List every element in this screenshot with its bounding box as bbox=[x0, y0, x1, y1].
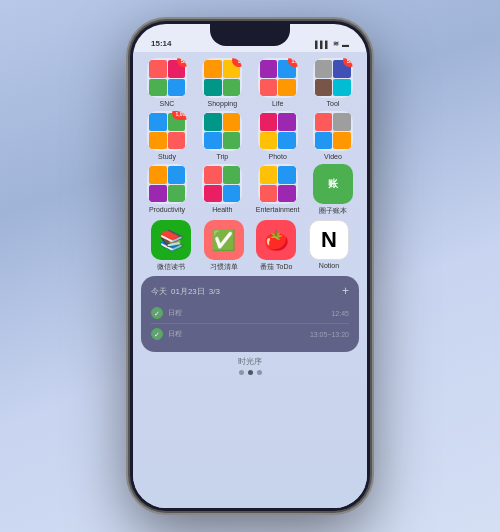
mini-app bbox=[260, 60, 278, 78]
app-accounts[interactable]: 账 圈子账本 bbox=[309, 164, 357, 216]
widget-header: 今天 01月23日 3/3 + bbox=[151, 284, 349, 298]
app-grid: 53 SNC 3 bbox=[133, 52, 367, 272]
mini-app bbox=[149, 185, 167, 203]
folder-video[interactable]: Video bbox=[309, 111, 357, 160]
app-accounts-name: 圈子账本 bbox=[319, 206, 347, 216]
task-check-2: ✓ bbox=[151, 328, 163, 340]
folder-study-name: Study bbox=[158, 153, 176, 160]
folder-life[interactable]: 19 Life bbox=[254, 58, 302, 107]
app-row-single: 📚 微信读书 ✅ 习惯清单 🍅 bbox=[143, 220, 357, 272]
mini-app bbox=[333, 132, 351, 150]
notch bbox=[210, 24, 290, 46]
mini-app bbox=[149, 60, 167, 78]
screen: 53 SNC 3 bbox=[133, 52, 367, 508]
mini-app bbox=[168, 185, 186, 203]
app-habit-icon: ✅ bbox=[204, 220, 244, 260]
mini-app bbox=[168, 166, 186, 184]
folder-study[interactable]: 1,000 Study bbox=[143, 111, 191, 160]
app-habit[interactable]: ✅ 习惯清单 bbox=[200, 220, 248, 272]
mini-app bbox=[260, 132, 278, 150]
status-icons: ▌▌▌ ≋ ▬ bbox=[315, 40, 349, 48]
app-accounts-icon: 账 bbox=[313, 164, 353, 204]
folder-tool-icon: 56 bbox=[313, 58, 353, 98]
app-habit-emoji: ✅ bbox=[211, 228, 236, 252]
mini-app bbox=[260, 79, 278, 97]
folder-productivity[interactable]: Productivity bbox=[143, 164, 191, 216]
status-time: 15:14 bbox=[151, 39, 171, 48]
folder-productivity-icon bbox=[147, 164, 187, 204]
task-time-1: 12:45 bbox=[331, 310, 349, 317]
battery-icon: ▬ bbox=[342, 41, 349, 48]
folder-tool[interactable]: 56 Tool bbox=[309, 58, 357, 107]
app-notion-name: Notion bbox=[319, 262, 339, 269]
mini-app bbox=[168, 132, 186, 150]
mini-app bbox=[278, 79, 296, 97]
folder-snc-icon: 53 bbox=[147, 58, 187, 98]
folder-photo-icon bbox=[258, 111, 298, 151]
folder-photo-name: Photo bbox=[269, 153, 287, 160]
task-time-2: 13:05~13:20 bbox=[310, 331, 349, 338]
folder-tool-name: Tool bbox=[327, 100, 340, 107]
mini-app bbox=[204, 79, 222, 97]
mini-app bbox=[333, 79, 351, 97]
folder-health-name: Health bbox=[212, 206, 232, 213]
folder-shopping-icon: 3 bbox=[202, 58, 242, 98]
folder-video-icon bbox=[313, 111, 353, 151]
folder-snc[interactable]: 53 SNC bbox=[143, 58, 191, 107]
task-item-1[interactable]: ✓ 日程 12:45 bbox=[151, 303, 349, 324]
mini-app bbox=[260, 166, 278, 184]
mini-app bbox=[278, 113, 296, 131]
badge-study: 1,000 bbox=[172, 111, 187, 120]
wifi-icon: ≋ bbox=[333, 40, 339, 48]
app-weixin-emoji: 📚 bbox=[159, 228, 184, 252]
folder-study-icon: 1,000 bbox=[147, 111, 187, 151]
folder-health[interactable]: Health bbox=[198, 164, 246, 216]
app-notion-icon: N bbox=[309, 220, 349, 260]
mini-app bbox=[168, 79, 186, 97]
folder-entertainment-icon bbox=[258, 164, 298, 204]
folder-entertainment-name: Entertainment bbox=[256, 206, 300, 213]
app-notion[interactable]: N Notion bbox=[305, 220, 353, 272]
folder-productivity-name: Productivity bbox=[149, 206, 185, 213]
todo-widget[interactable]: 今天 01月23日 3/3 + ✓ 日程 12:45 bbox=[141, 276, 359, 352]
widget-count: 3/3 bbox=[209, 287, 220, 296]
folder-life-name: Life bbox=[272, 100, 283, 107]
phone-inner: 15:14 ▌▌▌ ≋ ▬ 53 bbox=[133, 24, 367, 508]
folder-row-3: Productivity Health bbox=[143, 164, 357, 216]
app-tomato-todo[interactable]: 🍅 番茄 ToDo bbox=[252, 220, 300, 272]
task-label-2: 日程 bbox=[168, 329, 305, 339]
folder-entertainment[interactable]: Entertainment bbox=[254, 164, 302, 216]
app-tomato-emoji: 🍅 bbox=[264, 228, 289, 252]
mini-app bbox=[223, 166, 241, 184]
mini-app bbox=[204, 166, 222, 184]
widget-date: 01月23日 bbox=[171, 286, 205, 297]
phone-shell: 15:14 ▌▌▌ ≋ ▬ 53 bbox=[130, 21, 370, 511]
folder-shopping-name: Shopping bbox=[208, 100, 238, 107]
widget-add-button[interactable]: + bbox=[342, 284, 349, 298]
task-item-2[interactable]: ✓ 日程 13:05~13:20 bbox=[151, 324, 349, 344]
task-info-2: 日程 bbox=[168, 329, 305, 339]
mini-app bbox=[278, 166, 296, 184]
folder-photo[interactable]: Photo bbox=[254, 111, 302, 160]
mini-app bbox=[315, 60, 333, 78]
mini-app bbox=[333, 113, 351, 131]
task-check-1: ✓ bbox=[151, 307, 163, 319]
task-label-1: 日程 bbox=[168, 308, 326, 318]
folder-shopping[interactable]: 3 Shopping bbox=[198, 58, 246, 107]
dot-1 bbox=[239, 370, 244, 375]
signal-icon: ▌▌▌ bbox=[315, 41, 330, 48]
app-weixin-icon: 📚 bbox=[151, 220, 191, 260]
mini-app bbox=[204, 185, 222, 203]
folder-trip[interactable]: Trip bbox=[198, 111, 246, 160]
app-weixin-name: 微信读书 bbox=[157, 262, 185, 272]
folder-row-1: 53 SNC 3 bbox=[143, 58, 357, 107]
mini-app bbox=[278, 185, 296, 203]
mini-app bbox=[223, 132, 241, 150]
folder-life-icon: 19 bbox=[258, 58, 298, 98]
mini-app bbox=[149, 113, 167, 131]
checkmark-icon-2: ✓ bbox=[154, 331, 160, 338]
app-weixin-read[interactable]: 📚 微信读书 bbox=[147, 220, 195, 272]
app-tomato-name: 番茄 ToDo bbox=[260, 262, 292, 272]
widget-title-group: 今天 01月23日 3/3 bbox=[151, 286, 220, 297]
page-dots bbox=[133, 370, 367, 375]
